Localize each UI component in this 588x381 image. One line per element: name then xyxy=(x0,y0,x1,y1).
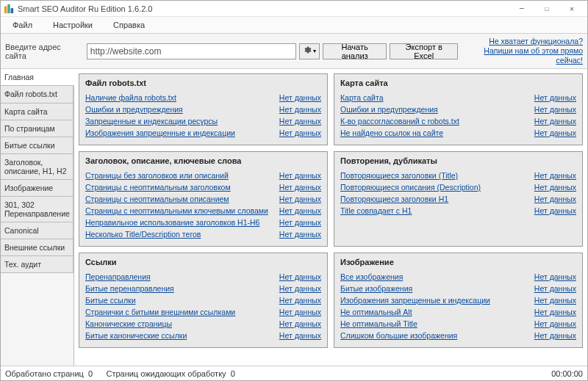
report-link[interactable]: Изображения запрещенные к индексации xyxy=(85,128,279,137)
report-link[interactable]: Несколько Title/Description тегов xyxy=(85,230,279,239)
no-data-link[interactable]: Нет данных xyxy=(279,272,321,281)
sidebar-tab-3[interactable]: По страницам xyxy=(1,120,74,137)
no-data-link[interactable]: Нет данных xyxy=(279,117,321,126)
no-data-link[interactable]: Нет данных xyxy=(279,195,321,203)
report-link[interactable]: Неправильное использование заголовков H1… xyxy=(85,218,279,227)
no-data-link[interactable]: Нет данных xyxy=(279,206,321,215)
sidebar-tab-1[interactable]: Файл robots.txt xyxy=(1,86,74,103)
sidebar-tab-7[interactable]: 301, 302 Перенаправление xyxy=(1,197,74,222)
report-link[interactable]: К-во рассогласований с robots.txt xyxy=(340,117,534,126)
no-data-link[interactable]: Нет данных xyxy=(534,272,576,281)
no-data-link[interactable]: Нет данных xyxy=(279,308,321,316)
no-data-link[interactable]: Нет данных xyxy=(279,93,321,102)
menu-settings[interactable]: Настройки xyxy=(43,18,103,32)
panel-row: Страницы с неоптимальным заголовкомНет д… xyxy=(85,181,321,193)
panel-row: Изображения запрещенные к индексацииНет … xyxy=(340,294,576,306)
url-input[interactable] xyxy=(87,43,296,59)
report-link[interactable]: Наличие файла robots.txt xyxy=(85,93,279,102)
panel-2: Заголовок, описание, ключевые словаСтран… xyxy=(79,151,328,247)
no-data-link[interactable]: Нет данных xyxy=(534,117,576,126)
no-data-link[interactable]: Нет данных xyxy=(279,128,321,137)
no-data-link[interactable]: Нет данных xyxy=(279,296,321,305)
report-link[interactable]: Страницы без заголовков или описаний xyxy=(85,171,279,180)
no-data-link[interactable]: Нет данных xyxy=(534,319,576,328)
no-data-link[interactable]: Нет данных xyxy=(534,93,576,102)
start-analysis-button[interactable]: Начать анализ xyxy=(323,43,387,59)
report-link[interactable]: Повторяющиеся заголовки H1 xyxy=(340,195,534,203)
sidebar-tab-4[interactable]: Битые ссылки xyxy=(1,137,74,154)
report-link[interactable]: Карта сайта xyxy=(340,93,534,102)
report-link[interactable]: Не оптимальный Alt xyxy=(340,308,534,316)
report-link[interactable]: Перенаправления xyxy=(85,272,279,281)
report-link[interactable]: Канонические страницы xyxy=(85,319,279,328)
report-link[interactable]: Не найдено ссылок на сайте xyxy=(340,128,534,137)
main-content[interactable]: Файл robots.txtНаличие файла robots.txtН… xyxy=(74,69,587,366)
no-data-link[interactable]: Нет данных xyxy=(534,183,576,192)
report-link[interactable]: Не оптимальный Title xyxy=(340,319,534,328)
panel-row: Битые канонические ссылкиНет данных xyxy=(85,330,321,341)
report-link[interactable]: Title совпадает с H1 xyxy=(340,206,534,215)
no-data-link[interactable]: Нет данных xyxy=(279,331,321,340)
minimize-button[interactable]: ─ xyxy=(509,1,534,17)
menu-help[interactable]: Справка xyxy=(103,18,155,32)
report-link[interactable]: Ошибки и предупреждения xyxy=(340,105,534,114)
close-button[interactable]: ✕ xyxy=(559,1,584,17)
report-link[interactable]: Битые перенаправления xyxy=(85,284,279,293)
no-data-link[interactable]: Нет данных xyxy=(279,183,321,192)
panel-row: Битые ссылкиНет данных xyxy=(85,294,321,306)
report-link[interactable]: Все изображения xyxy=(340,272,534,281)
panel-row: Карта сайтаНет данных xyxy=(340,92,576,104)
window-title: Smart SEO Auditor Ru Edition 1.6.2.0 xyxy=(18,4,509,13)
panel-row: Повторяющиеся описания (Description)Нет … xyxy=(340,181,576,193)
svg-rect-2 xyxy=(11,8,14,13)
no-data-link[interactable]: Нет данных xyxy=(534,171,576,180)
sidebar-tab-8[interactable]: Canonical xyxy=(1,222,74,239)
panel-row: Не оптимальный AltНет данных xyxy=(340,306,576,318)
no-data-link[interactable]: Нет данных xyxy=(534,128,576,137)
sidebar-tab-10[interactable]: Тех. аудит xyxy=(1,256,74,273)
panel-row: Страницы без заголовков или описанийНет … xyxy=(85,170,321,181)
report-link[interactable]: Странички с битыми внешними ссылками xyxy=(85,308,279,316)
no-data-link[interactable]: Нет данных xyxy=(534,195,576,203)
sidebar-tab-9[interactable]: Внешние ссылки xyxy=(1,239,74,256)
no-data-link[interactable]: Нет данных xyxy=(279,105,321,114)
sidebar-tab-0[interactable]: Главная xyxy=(1,69,74,86)
report-link[interactable]: Страницы с неоптимальным заголовком xyxy=(85,183,279,192)
no-data-link[interactable]: Нет данных xyxy=(279,218,321,227)
report-link[interactable]: Запрещенные к индексации ресурсы xyxy=(85,117,279,126)
no-data-link[interactable]: Нет данных xyxy=(279,319,321,328)
report-link[interactable]: Страницы с неоптимальным описанием xyxy=(85,195,279,203)
no-data-link[interactable]: Нет данных xyxy=(279,284,321,293)
report-link[interactable]: Ошибки и предупреждения xyxy=(85,105,279,114)
sidebar-tab-2[interactable]: Карта сайта xyxy=(1,104,74,120)
maximize-button[interactable]: ☐ xyxy=(534,1,559,17)
no-data-link[interactable]: Нет данных xyxy=(279,230,321,239)
report-link[interactable]: Повторяющиеся заголовки (Title) xyxy=(340,171,534,180)
no-data-link[interactable]: Нет данных xyxy=(534,284,576,293)
toolbar: Введите адрес сайта ▾ Начать анализ Эксп… xyxy=(1,34,587,69)
pending-label: Страниц ожидающих обработку xyxy=(106,369,226,378)
no-data-link[interactable]: Нет данных xyxy=(534,206,576,215)
report-link[interactable]: Изображения запрещенные к индексации xyxy=(340,296,534,305)
no-data-link[interactable]: Нет данных xyxy=(534,105,576,114)
report-link[interactable]: Битые канонические ссылки xyxy=(85,331,279,340)
promo-link-2[interactable]: Напиши нам об этом прямо сейчас! xyxy=(484,46,583,65)
report-link[interactable]: Повторяющиеся описания (Description) xyxy=(340,183,534,192)
no-data-link[interactable]: Нет данных xyxy=(279,171,321,180)
settings-dropdown-button[interactable]: ▾ xyxy=(299,43,320,59)
sidebar-tab-5[interactable]: Заголовок, описание, H1, H2 xyxy=(1,154,74,180)
svg-rect-1 xyxy=(7,4,10,12)
statusbar: Обработано страниц 0 Страниц ожидающих о… xyxy=(1,366,587,380)
no-data-link[interactable]: Нет данных xyxy=(534,308,576,316)
pending-value: 0 xyxy=(231,369,235,378)
no-data-link[interactable]: Нет данных xyxy=(534,296,576,305)
report-link[interactable]: Слишком большие изображения xyxy=(340,331,534,340)
report-link[interactable]: Битые ссылки xyxy=(85,296,279,305)
no-data-link[interactable]: Нет данных xyxy=(534,331,576,340)
promo-link-1[interactable]: Не хватает функционала? xyxy=(489,37,583,46)
menu-file[interactable]: Файл xyxy=(2,18,43,32)
sidebar-tab-6[interactable]: Изображение xyxy=(1,180,74,197)
export-excel-button[interactable]: Экспорт в Excel xyxy=(390,43,458,59)
report-link[interactable]: Страницы с неоптимальными ключевыми слов… xyxy=(85,206,279,215)
report-link[interactable]: Битые изображения xyxy=(340,284,534,293)
